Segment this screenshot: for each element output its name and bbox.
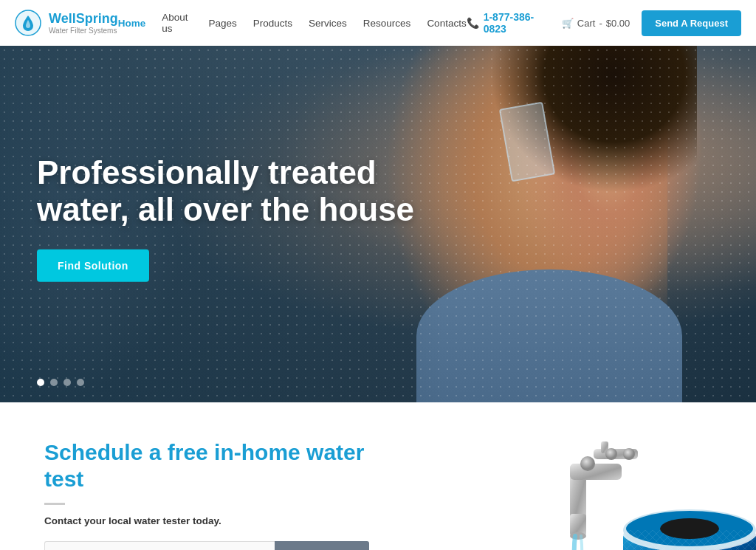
nav-pages[interactable]: Pages	[209, 18, 237, 29]
email-input[interactable]	[44, 541, 275, 550]
svg-point-6	[660, 518, 719, 539]
hero-content: Professionally treated water, all over t…	[37, 154, 421, 281]
cart-value: $0.00	[606, 18, 630, 29]
section-title: Schedule a free in-home water test	[44, 439, 369, 492]
nav-products[interactable]: Products	[253, 18, 292, 29]
cart-icon: 🛒	[562, 18, 574, 29]
water-test-content: Schedule a free in-home water test Conta…	[0, 402, 413, 550]
svg-point-13	[623, 448, 635, 460]
faucet-filter-svg	[461, 405, 756, 550]
brand-sub: Water Filter Systems	[49, 27, 118, 35]
hero-section: Professionally treated water, all over t…	[0, 46, 756, 402]
faucet-illustration-area	[413, 402, 756, 550]
cart-label: Cart	[577, 18, 596, 29]
logo[interactable]: WellSpring Water Filter Systems	[15, 10, 118, 36]
hero-dot-3[interactable]	[63, 379, 71, 386]
hero-dot-1[interactable]	[37, 379, 44, 386]
svg-point-12	[605, 448, 617, 460]
logo-icon	[15, 10, 41, 36]
find-solution-button[interactable]: Find Solution	[37, 249, 149, 281]
svg-rect-8	[570, 464, 622, 480]
find-agent-button[interactable]: Find An Agent	[275, 541, 369, 550]
brand-name: WellSpring	[49, 11, 118, 26]
hero-dot-2[interactable]	[50, 379, 58, 386]
nav-about[interactable]: About us	[162, 12, 192, 34]
main-nav: Home About us Pages Products Services Re…	[118, 12, 467, 34]
title-divider	[44, 503, 65, 505]
cart-area[interactable]: 🛒 Cart - $0.00	[562, 18, 630, 29]
hero-pagination-dots	[37, 379, 84, 386]
logo-text: WellSpring Water Filter Systems	[49, 11, 118, 35]
hero-title: Professionally treated water, all over t…	[37, 154, 421, 228]
header-right: 📞 1-877-386-0823 🛒 Cart - $0.00 Send A R…	[467, 10, 741, 36]
nav-resources[interactable]: Resources	[363, 18, 411, 29]
header: WellSpring Water Filter Systems Home Abo…	[0, 0, 756, 46]
svg-point-11	[580, 456, 595, 471]
nav-contacts[interactable]: Contacts	[427, 18, 466, 29]
nav-home[interactable]: Home	[118, 18, 146, 29]
cart-separator: -	[599, 18, 602, 29]
phone-number: 1-877-386-0823	[484, 11, 550, 35]
phone-link[interactable]: 📞 1-877-386-0823	[467, 11, 550, 35]
send-request-button[interactable]: Send A Request	[642, 10, 741, 36]
section-subtitle: Contact your local water tester today.	[44, 515, 369, 526]
water-test-section: Schedule a free in-home water test Conta…	[0, 402, 756, 550]
nav-services[interactable]: Services	[309, 18, 347, 29]
email-form: Find An Agent	[44, 541, 369, 550]
svg-point-15	[570, 532, 586, 540]
hero-dot-4[interactable]	[77, 379, 84, 386]
phone-icon: 📞	[467, 17, 479, 29]
